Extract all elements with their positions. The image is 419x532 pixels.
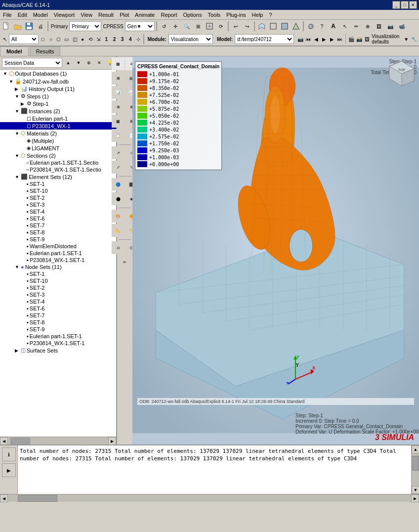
rt-btn13[interactable]: ↗	[112, 146, 125, 159]
camera-button[interactable]: 📷	[385, 21, 396, 32]
tree-ligament[interactable]: ◈ LIGAMENT	[0, 144, 116, 152]
snapshot-button[interactable]: 📸	[355, 34, 363, 44]
scroll-thumb[interactable]	[412, 456, 419, 471]
new-button[interactable]	[1, 21, 12, 32]
menu-plot[interactable]: Plot	[117, 11, 132, 18]
options-view-button[interactable]: 🔘	[305, 21, 316, 32]
play-next[interactable]: ▶	[329, 34, 336, 44]
tree-eset-10[interactable]: ▪SET-10	[0, 187, 116, 194]
tree-node-sets[interactable]: ▼ ● Node Sets (11)	[0, 264, 116, 270]
icon-1[interactable]: 1	[103, 34, 110, 44]
rt-btn19[interactable]: ⬤	[112, 192, 125, 205]
rt-btn3[interactable]: ⊞	[112, 72, 125, 85]
tree-p230814-set1[interactable]: ▪P230814_WX-1.SET-1	[0, 257, 116, 264]
tree-element-sets[interactable]: ▼ ⬛ Element Sets (12)	[0, 173, 116, 180]
select-angle[interactable]: ◫	[71, 34, 78, 44]
rt-btn21[interactable]: 🎨	[112, 210, 125, 222]
menu-plugins[interactable]: Plug-ins	[223, 11, 249, 18]
rotate2-button[interactable]: ⟲	[87, 34, 94, 44]
menu-options[interactable]: Options	[180, 11, 205, 18]
hidden-button[interactable]	[291, 21, 301, 32]
tree-eset-7[interactable]: ▪SET-7	[0, 222, 116, 229]
tree-p230814[interactable]: ◻ P230814_WX-1	[0, 122, 116, 130]
tree-nset-7[interactable]: •SET-7	[0, 312, 116, 319]
tree-nset-3[interactable]: •SET-3	[0, 291, 116, 298]
session-select[interactable]: Session Data	[2, 58, 62, 68]
undo-button[interactable]: ↩	[230, 21, 241, 32]
select-circ[interactable]: ○	[47, 34, 54, 44]
icon-4[interactable]: 4	[126, 34, 134, 44]
tree-nset-2[interactable]: •SET-2	[0, 284, 116, 291]
tree-eset-8[interactable]: ▪SET-8	[0, 229, 116, 236]
hscroll-thumb[interactable]	[10, 438, 30, 444]
print-button[interactable]: 🖨	[35, 21, 46, 32]
tree-nset-9[interactable]: •SET-9	[0, 326, 116, 333]
scroll-up-btn[interactable]: ▲	[412, 445, 419, 453]
open-button[interactable]	[12, 21, 23, 32]
tree-npart1[interactable]: •Eulerian part-1.SET-1	[0, 333, 116, 340]
coord-button[interactable]: ⊹	[134, 34, 142, 44]
rt-btn17[interactable]: 🔵	[112, 178, 125, 191]
zoom-button[interactable]: 🔍	[181, 21, 192, 32]
rt-btn25[interactable]: ⊙	[112, 241, 125, 254]
select-poly[interactable]: ⬡	[55, 34, 62, 44]
menu-viewport[interactable]: Viewport	[51, 11, 78, 18]
select-node[interactable]: ●	[79, 34, 86, 44]
tree-section2[interactable]: ▫ P230814_WX-1.SET-1.Sectio	[0, 166, 116, 173]
datum-button[interactable]: ⊕	[362, 21, 373, 32]
tree-odb-file[interactable]: ▼ 🔒 240712-wx-fall.odb	[0, 78, 116, 85]
tree-nset-8[interactable]: •SET-8	[0, 319, 116, 326]
tree-section1[interactable]: ▫ Eulerian part-1.SET-1.Sectio	[0, 159, 116, 166]
menu-help[interactable]: Help	[249, 11, 266, 18]
output-vscroll[interactable]: ▲ ▼	[411, 445, 419, 494]
text-button[interactable]: A	[328, 21, 339, 32]
tree-output-dbs[interactable]: ▼ ⬡ Output Databases (1)	[0, 70, 116, 78]
tree-instances[interactable]: ▼ ⬛ Instances (2)	[0, 107, 116, 115]
bottom-hscroll[interactable]: ◀ ▶	[0, 494, 419, 502]
snapshot2-button[interactable]: 🖼	[363, 34, 371, 44]
select-box[interactable]: □	[39, 34, 46, 44]
scale-button[interactable]: ⇲	[95, 34, 102, 44]
tree-surface-sets[interactable]: ▶ ◫ Surface Sets	[0, 347, 116, 354]
menu-result[interactable]: Result	[95, 11, 117, 18]
tree-eset-6[interactable]: ▪SET-6	[0, 215, 116, 222]
menu-animate[interactable]: Animate	[132, 11, 158, 18]
tree-step1[interactable]: ▶ ⚙ Step-1	[0, 100, 116, 107]
tab-model[interactable]: Model	[0, 46, 29, 56]
output-icon-btn1[interactable]: ℹ	[2, 447, 16, 461]
tree-nset-10[interactable]: •SET-10	[0, 277, 116, 284]
play-play[interactable]: ▶	[320, 34, 328, 44]
zoom-box-button[interactable]: ⊞	[193, 21, 204, 32]
sketch-button[interactable]: ✏	[351, 21, 362, 32]
menu-report[interactable]: Report	[158, 11, 180, 18]
minimize-button[interactable]: _	[392, 1, 400, 9]
rt-btn11[interactable]: 📋	[112, 129, 125, 142]
menu-model[interactable]: Model	[30, 11, 51, 18]
session-copy-btn[interactable]: ⊕	[84, 58, 93, 67]
rt-btn1[interactable]: ▦	[112, 57, 125, 70]
rt-btn27[interactable]: ✏	[119, 256, 131, 268]
cpress-select[interactable]: Gen▼	[125, 21, 155, 31]
tree-nset-1[interactable]: •SET-1	[0, 270, 116, 277]
hscroll-left-btn[interactable]: ◀	[0, 437, 8, 444]
rt-btn15[interactable]: ⤢	[112, 161, 125, 174]
bh-left-btn[interactable]: ◀	[0, 494, 8, 502]
tree-eset-4[interactable]: ▪SET-4	[0, 208, 116, 215]
tree-sections[interactable]: ▼ ⬡ Sections (2)	[0, 152, 116, 159]
rt-btn5[interactable]: 📊	[112, 86, 125, 99]
fit-button[interactable]	[204, 21, 215, 32]
tree-nset-4[interactable]: •SET-4	[0, 298, 116, 305]
play-first[interactable]: ⏮	[304, 34, 312, 44]
output-text[interactable]: Total number of nodes: 27315 Total numbe…	[18, 445, 411, 494]
viz-icon[interactable]: 🔧	[411, 34, 418, 44]
record2-button[interactable]: 🎬	[347, 34, 355, 44]
menu-file[interactable]: File	[0, 11, 15, 18]
hscroll-right-btn[interactable]: ▶	[108, 437, 116, 444]
view3d-button[interactable]	[256, 21, 267, 32]
scroll-down-btn[interactable]: ▼	[412, 486, 419, 494]
session-down-btn[interactable]: ▼	[74, 58, 83, 67]
rt-btn9[interactable]: ▦	[112, 115, 125, 128]
module-select[interactable]: Visualization	[168, 34, 213, 44]
model-select[interactable]: d:/temp/240712	[235, 34, 294, 44]
tree-steps[interactable]: ▼ ⚙ Steps (1)	[0, 92, 116, 100]
